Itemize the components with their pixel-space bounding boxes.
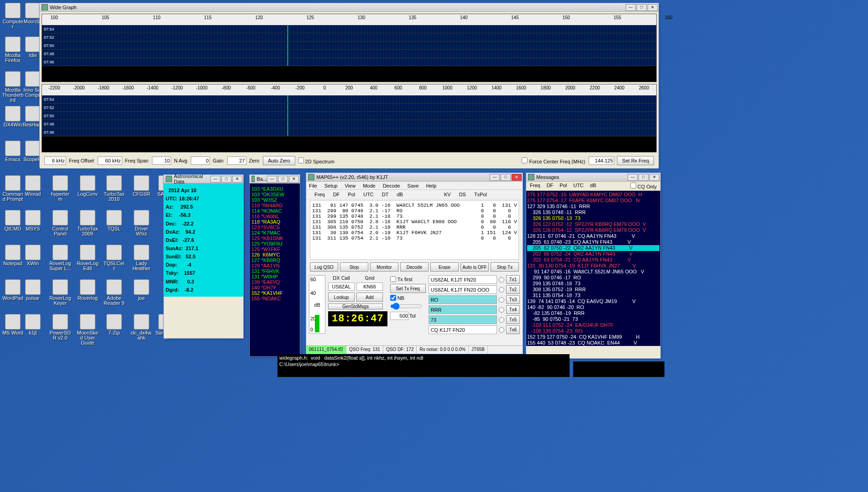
message-row[interactable]: 308 135 0752 -19 RRR xyxy=(527,287,659,293)
band-row[interactable]: 103 *W3SZ xyxy=(251,197,298,203)
message-row[interactable]: 205 62 0750 -22 QRZ AA1YN FN43 V xyxy=(527,245,659,251)
desktop-icon[interactable]: Driver Whiz xyxy=(131,210,152,236)
message-row[interactable]: 275 177 0754 -17 F6APE K6MYC DM07 OOO N xyxy=(527,198,659,204)
desktop-icon[interactable]: Lady Heather xyxy=(131,245,152,271)
message-row[interactable]: 326 126 0754 -12 SP2JYR KB8RQ EM79 OOO V xyxy=(527,227,659,233)
lookup-button[interactable]: Lookup xyxy=(328,293,355,302)
band-row[interactable]: 114 *IK3MAC xyxy=(251,208,298,214)
desktop-icon[interactable]: QtCMD xyxy=(2,210,24,231)
tx-radio-3[interactable] xyxy=(499,297,504,303)
band-row[interactable]: 103 *DK3SEW xyxy=(251,192,298,197)
menu-save[interactable]: Save xyxy=(407,182,420,189)
message-row[interactable]: 299 90 0746 -17 RO xyxy=(527,275,659,281)
nb-slider[interactable] xyxy=(390,303,422,310)
desktop-icon[interactable]: CFGSR xyxy=(131,175,152,197)
menu-mode[interactable]: Mode xyxy=(362,182,376,189)
band-row[interactable]: 131 *W0HP xyxy=(251,274,298,279)
desktop-icon[interactable]: Roverlog xyxy=(77,279,99,301)
message-row[interactable]: 127 329 135 0746 -11 RRR xyxy=(527,204,659,209)
tx2-button[interactable]: Tx2 xyxy=(506,285,520,294)
band-row[interactable]: 125 *KB1DNK xyxy=(251,236,298,241)
desktop-icon[interactable]: clc_dx4w.ahk xyxy=(131,314,152,340)
decode-area[interactable]: 131 91 147 0745 3.0 -16 WA8CLT S52LM JN6… xyxy=(310,200,519,260)
waterfall-lower[interactable]: -2200-2000-1800-1600-1400-1200-1000-800-… xyxy=(42,84,657,152)
grid-input[interactable] xyxy=(356,283,383,291)
maximize-icon[interactable]: □ xyxy=(637,4,647,11)
txfirst-check[interactable]: Tx first xyxy=(390,276,426,282)
decode-button[interactable]: Decode xyxy=(400,262,429,272)
message-row[interactable]: 311 135 0754 -18 73 xyxy=(527,293,659,298)
desktop-icon[interactable]: MoonSked User Guide xyxy=(77,314,99,345)
setrxfreq-button[interactable]: Set Rx Freq xyxy=(617,156,654,165)
close-icon[interactable]: ✕ xyxy=(232,176,242,183)
span-input[interactable] xyxy=(152,157,171,165)
tx-msg-6[interactable] xyxy=(429,325,497,334)
menu-decode[interactable]: Decode xyxy=(382,182,401,189)
bands-titlebar[interactable]: Ba... — □ ✕ xyxy=(250,175,300,183)
message-row[interactable]: 139 74 141 0745 -14 CQ EA6VQ JM19 V xyxy=(527,298,659,304)
desktop-icon[interactable]: k1jt xyxy=(22,314,44,335)
dxcall-input[interactable] xyxy=(328,283,355,291)
message-row[interactable]: -108 135 0754 -23 RO xyxy=(527,328,659,334)
desktop-icon[interactable]: LogConv xyxy=(77,175,99,197)
band-row[interactable]: 103 *EA3DXU xyxy=(251,186,298,192)
tx-msg-5[interactable] xyxy=(429,315,497,324)
map65-titlebar[interactable]: MAP65++ (v2.20, r546) by K1JT — □ ✕ xyxy=(306,173,523,182)
maximize-icon[interactable]: □ xyxy=(278,176,288,183)
desktop-icon[interactable]: TurboTax 2010 xyxy=(103,175,125,202)
message-row[interactable]: 155 440 53 0748 -23 CQ NOAKC EN44 V xyxy=(527,340,659,346)
band-row[interactable]: 116 *UA9NL xyxy=(251,214,298,219)
desktop-icon[interactable]: TQSL xyxy=(103,210,125,231)
desktop-icon[interactable]: pulsar xyxy=(22,279,44,301)
message-row[interactable]: -85 90 0750 -21 73 xyxy=(527,316,659,322)
tx3-button[interactable]: Tx3 xyxy=(506,295,520,304)
forcefreq-input[interactable] xyxy=(589,157,614,165)
message-row[interactable]: 202 63 0754 -21 CQ AA1YN FN43 V xyxy=(527,257,659,263)
desktop-icon[interactable]: MSYS xyxy=(22,210,44,231)
menu-help[interactable]: Help xyxy=(425,182,438,189)
band-row[interactable]: 139 *EA6VQ xyxy=(251,279,298,285)
tx-radio-1[interactable] xyxy=(499,277,504,283)
tx6-button[interactable]: Tx6 xyxy=(506,325,520,334)
settxfreq-button[interactable]: Set Tx Freq xyxy=(390,284,426,293)
add-button[interactable]: Add xyxy=(356,293,383,302)
desktop-icon[interactable]: RoverLog Super L... xyxy=(49,245,71,271)
band-row[interactable]: 131 *F6HVK xyxy=(251,268,298,274)
close-icon[interactable]: ✕ xyxy=(648,4,658,11)
desktop-icon[interactable]: Computer xyxy=(2,3,24,29)
genstdmsgs-button[interactable]: GenStdMsgs xyxy=(328,304,383,309)
minimize-icon[interactable]: — xyxy=(267,176,277,183)
band-row[interactable]: 127 *KB8RQ xyxy=(251,257,298,263)
khz-input[interactable] xyxy=(44,157,66,165)
desktop-icon[interactable]: Emacs xyxy=(2,141,24,162)
close-icon[interactable]: ✕ xyxy=(512,174,522,181)
message-row[interactable]: 326 135 0750 -13 73 xyxy=(527,215,659,221)
band-row[interactable]: 110 *IW4ARD xyxy=(251,203,298,208)
minimize-icon[interactable]: — xyxy=(627,174,638,181)
desktop-icon[interactable]: RoverLog Keyer xyxy=(49,279,71,306)
auto-is-off-button[interactable]: Auto is OFF xyxy=(460,262,489,272)
desktop-icon[interactable]: Winrad xyxy=(22,175,44,197)
message-row[interactable]: 131 30 130 0754 -19 K1JT F6HVK JN27 V xyxy=(527,263,659,269)
message-row[interactable]: 275 177 0752 -15 UA9YAD K6MYC DM07 OOO H xyxy=(527,192,659,198)
minimize-icon[interactable]: — xyxy=(210,176,220,183)
desktop-icon[interactable]: Adobe Reader 9 xyxy=(103,279,125,306)
message-row[interactable]: 326 122 0752 -12 SP2JYR KB8RQ EM79 OOO V xyxy=(527,221,659,227)
band-row[interactable]: 125 *W1FKF xyxy=(251,246,298,252)
close-icon[interactable]: ✕ xyxy=(289,176,299,183)
tx4-button[interactable]: Tx4 xyxy=(506,305,520,314)
bands-list[interactable]: 103 *EA3DXU103 *DK3SEW103 *W3SZ110 *IW4A… xyxy=(250,183,300,356)
terminal-2[interactable] xyxy=(573,361,664,377)
nb-check[interactable]: NB xyxy=(390,295,426,301)
log-qso-button[interactable]: Log QSO xyxy=(310,262,338,272)
messages-list[interactable]: 275 177 0752 -15 UA9YAD K6MYC DM07 OOO H… xyxy=(526,191,660,346)
minimize-icon[interactable]: — xyxy=(490,174,500,181)
map65-menubar[interactable]: FileSetupViewModeDecodeSaveHelp xyxy=(306,182,523,190)
tx1-button[interactable]: Tx1 xyxy=(506,275,520,284)
message-row[interactable]: 91 147 0745 -16 WA8CLT S52LM JN65 OOO V xyxy=(527,269,659,275)
message-row[interactable]: 152 179 127 0750 -24 CQ KA1VHF EM89 H xyxy=(527,334,659,340)
band-row[interactable]: 140 *DH7F xyxy=(251,285,298,290)
desktop-icon[interactable]: PowerSDR v2.0 xyxy=(49,314,71,340)
maximize-icon[interactable]: □ xyxy=(638,174,648,181)
widegraph-titlebar[interactable]: Wide Graph — □ ✕ xyxy=(40,3,659,12)
